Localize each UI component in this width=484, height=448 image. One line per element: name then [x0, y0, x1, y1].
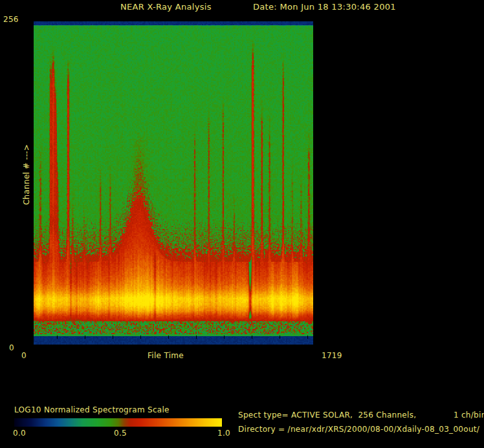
x-axis-min-label: 0 [21, 352, 27, 360]
colorbar-tick-0: 0.0 [13, 429, 26, 438]
x-axis-title: File Time [148, 352, 184, 360]
spectrogram-plot [34, 21, 313, 345]
colorbar-tick-1: 0.5 [114, 429, 127, 438]
colorbar-tick-2: 1.0 [217, 429, 230, 438]
y-axis-title: Channel # ---> [22, 123, 31, 226]
colorbar-title: LOG10 Normalized Spectrogram Scale [14, 406, 170, 414]
page-title: NEAR X-Ray Analysis [120, 3, 212, 11]
x-axis-max-label: 1719 [322, 352, 342, 360]
date-label: Date: Mon Jun 18 13:30:46 2001 [253, 3, 396, 11]
colorbar-gradient [14, 418, 222, 427]
near-xray-analysis-window: NEAR X-Ray Analysis Date: Mon Jun 18 13:… [0, 0, 484, 448]
y-axis-min-label: 0 [9, 344, 14, 352]
directory-line: Directory = /near/xdr/XRS/2000/08-00/Xda… [238, 425, 479, 434]
y-axis-max-label: 256 [3, 16, 19, 24]
spect-type-line: Spect type= ACTIVE SOLAR, 256 Channels, … [238, 411, 484, 420]
